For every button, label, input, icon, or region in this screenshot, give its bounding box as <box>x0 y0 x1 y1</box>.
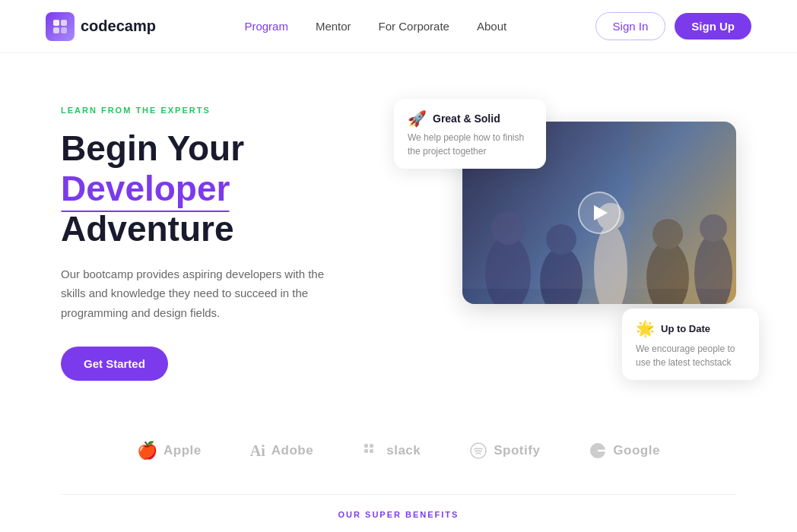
signin-button[interactable]: Sign In <box>595 12 666 40</box>
hero-content: LEARN FROM THE EXPERTS Begin Your Develo… <box>61 106 388 381</box>
svg-rect-0 <box>53 20 59 26</box>
nav-link-about[interactable]: About <box>477 20 506 33</box>
card-great-icon: 🚀 <box>408 109 427 128</box>
logo-text: codecamp <box>81 17 156 35</box>
hero-visual: 🚀 Great & Solid We help people how to fi… <box>394 99 736 388</box>
brand-adobe-name: Adobe <box>271 443 313 458</box>
card-great-text: We help people how to finish the project… <box>408 131 532 158</box>
brand-spotify-name: Spotify <box>494 443 540 458</box>
nav-link-mentor[interactable]: Mentor <box>316 20 351 33</box>
card-uptodate: 🌟 Up to Date We encourage people to use … <box>622 309 759 380</box>
hero-title-start: Begin Your <box>61 128 244 168</box>
get-started-button[interactable]: Get Started <box>61 347 168 381</box>
brand-spotify: Spotify <box>469 442 540 460</box>
svg-rect-19 <box>370 449 373 453</box>
card-great-header: 🚀 Great & Solid <box>408 109 532 128</box>
hero-title-highlight: Developer <box>61 169 230 209</box>
nav-actions: Sign In Sign Up <box>595 12 751 40</box>
hero-title: Begin Your Developer Adventure <box>61 128 388 249</box>
svg-rect-3 <box>61 27 67 33</box>
adobe-icon: Ai <box>250 442 265 460</box>
play-button[interactable] <box>578 192 621 234</box>
card-great-title: Great & Solid <box>433 112 500 125</box>
brand-apple-name: Apple <box>164 443 202 458</box>
slack-icon <box>362 442 380 460</box>
card-uptodate-header: 🌟 Up to Date <box>636 319 745 337</box>
nav-links: Program Mentor For Corporate About <box>244 20 506 33</box>
hero-description: Our bootcamp provides aspiring developer… <box>61 264 342 323</box>
brand-slack: slack <box>362 442 421 460</box>
brand-google: Google <box>589 442 660 460</box>
logo[interactable]: codecamp <box>46 12 156 41</box>
signup-button[interactable]: Sign Up <box>675 13 751 40</box>
nav-link-corporate[interactable]: For Corporate <box>379 20 449 33</box>
card-great-solid: 🚀 Great & Solid We help people how to fi… <box>394 99 546 169</box>
svg-rect-15 <box>630 122 736 289</box>
svg-rect-1 <box>61 20 67 26</box>
card-uptodate-title: Up to Date <box>661 323 710 334</box>
apple-icon: 🍎 <box>137 441 157 461</box>
navbar: codecamp Program Mentor For Corporate Ab… <box>0 0 797 53</box>
benefits-section: OUR SUPER BENEFITS Learn Faster & Comple… <box>0 495 797 532</box>
benefits-badge: OUR SUPER BENEFITS <box>61 510 736 519</box>
spotify-icon <box>469 442 487 460</box>
brand-adobe: Ai Adobe <box>250 442 313 460</box>
google-icon <box>589 442 607 460</box>
brands-section: 🍎 Apple Ai Adobe slack Spotify Google <box>0 418 797 494</box>
brand-apple: 🍎 Apple <box>137 441 202 461</box>
card-uptodate-text: We encourage people to use the latest te… <box>636 342 745 369</box>
svg-rect-17 <box>370 444 373 448</box>
logo-icon <box>46 12 75 41</box>
card-uptodate-icon: 🌟 <box>636 319 655 337</box>
hero-title-end: Adventure <box>61 209 233 249</box>
benefits-title: Learn Faster & Complex <box>61 528 736 532</box>
svg-rect-18 <box>364 449 368 453</box>
hero-badge: LEARN FROM THE EXPERTS <box>61 106 388 115</box>
hero-section: LEARN FROM THE EXPERTS Begin Your Develo… <box>0 53 797 418</box>
brand-google-name: Google <box>613 443 660 458</box>
svg-rect-2 <box>53 27 59 33</box>
brand-slack-name: slack <box>386 443 421 458</box>
nav-link-program[interactable]: Program <box>244 20 288 33</box>
svg-rect-16 <box>364 444 368 448</box>
